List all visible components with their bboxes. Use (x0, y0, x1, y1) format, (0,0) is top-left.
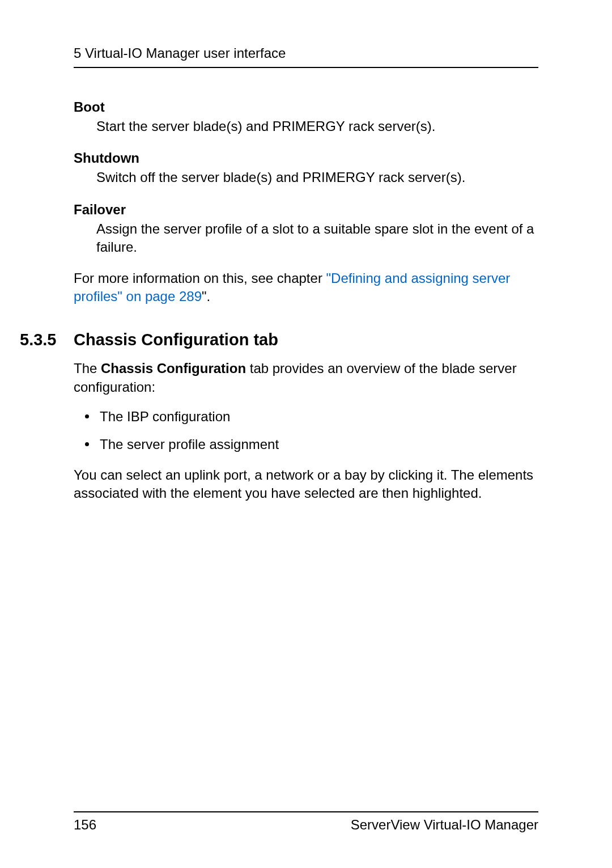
term-failover: Failover (74, 202, 538, 218)
list-item: The server profile assignment (74, 435, 538, 454)
more-info-prefix: For more information on this, see chapte… (74, 270, 326, 286)
term-shutdown: Shutdown (74, 150, 538, 166)
term-boot: Boot (74, 99, 538, 115)
closing-para: You can select an uplink port, a network… (74, 466, 538, 503)
def-failover-desc: Assign the server profile of a slot to a… (96, 220, 538, 257)
def-shutdown-desc: Switch off the server blade(s) and PRIME… (96, 168, 538, 187)
section-heading: 5.3.5 Chassis Configuration tab (74, 331, 538, 349)
def-boot: Boot Start the server blade(s) and PRIME… (74, 99, 538, 136)
intro-para: The Chassis Configuration tab provides a… (74, 359, 538, 396)
page-number: 156 (74, 817, 96, 833)
header-rule (74, 67, 538, 68)
def-boot-desc: Start the server blade(s) and PRIMERGY r… (96, 117, 538, 136)
body-content: Boot Start the server blade(s) and PRIME… (74, 99, 538, 503)
page-footer: 156 ServerView Virtual-IO Manager (74, 811, 538, 833)
intro-prefix: The (74, 361, 101, 376)
more-info-para: For more information on this, see chapte… (74, 269, 538, 306)
bullet-list: The IBP configuration The server profile… (74, 408, 538, 454)
intro-bold: Chassis Configuration (101, 361, 246, 376)
list-item: The IBP configuration (74, 408, 538, 426)
section-body: The Chassis Configuration tab provides a… (74, 359, 538, 502)
running-head: 5 Virtual-IO Manager user interface (74, 45, 538, 68)
more-info-suffix: ". (202, 289, 210, 304)
def-shutdown: Shutdown Switch off the server blade(s) … (74, 150, 538, 187)
section-number: 5.3.5 (20, 331, 74, 349)
def-failover: Failover Assign the server profile of a … (74, 202, 538, 257)
footer-rule (74, 811, 538, 812)
running-head-text: 5 Virtual-IO Manager user interface (74, 45, 538, 61)
section-title: Chassis Configuration tab (74, 331, 278, 349)
product-name: ServerView Virtual-IO Manager (351, 817, 538, 833)
